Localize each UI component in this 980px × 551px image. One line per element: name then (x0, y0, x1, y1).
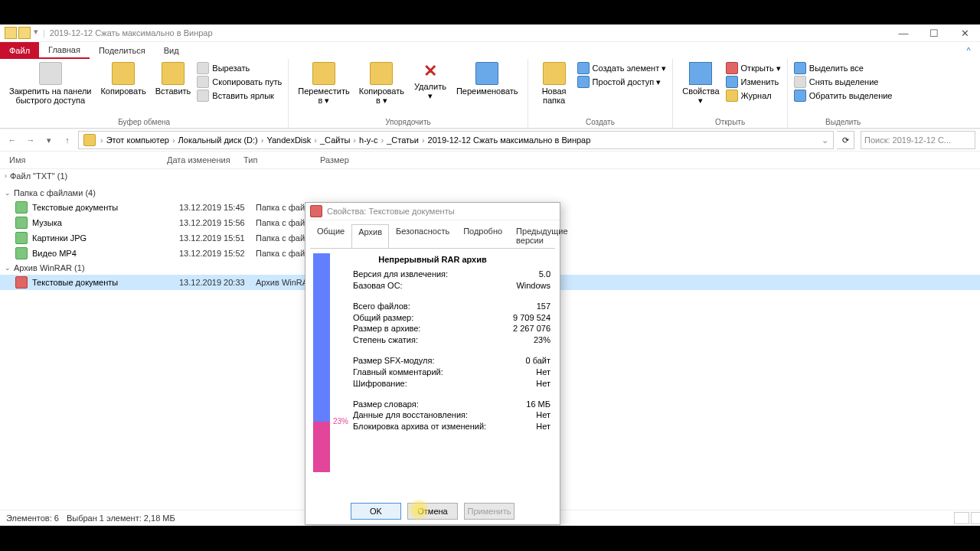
nav-recent-button[interactable]: ▾ (41, 132, 57, 148)
invert-icon (794, 90, 806, 102)
shortcut-icon (197, 90, 209, 102)
dialog-titlebar[interactable]: Свойства: Текстовые документы (305, 203, 560, 220)
properties-icon (689, 62, 712, 85)
delete-button[interactable]: ✕Удалить ▾ (410, 60, 450, 102)
nav-forward-button[interactable]: → (23, 132, 38, 148)
column-headers[interactable]: Имя Дата изменения Тип Размер (0, 152, 980, 169)
select-none-button[interactable]: Снять выделение (794, 76, 893, 88)
dialog-title: Свойства: Текстовые документы (327, 207, 455, 216)
breadcrumb-item[interactable]: 2019-12-12 Сжать максимально в Винрар (428, 135, 591, 145)
folder-icon (5, 27, 17, 39)
property-row: Размер словаря:16 МБ (353, 399, 550, 410)
property-row: Базовая ОС:Windows (353, 280, 550, 292)
nav-up-button[interactable]: ↑ (60, 132, 75, 148)
maximize-button[interactable]: ☐ (919, 24, 949, 41)
invert-selection-button[interactable]: Обратить выделение (794, 90, 893, 102)
folder-icon (83, 134, 96, 146)
archive-type-header: Непрерывный RAR архив (315, 255, 550, 264)
copy-path-button[interactable]: Скопировать путь (197, 76, 282, 88)
ribbon-tabs: Файл Главная Поделиться Вид ^ (0, 42, 980, 59)
col-size[interactable]: Размер (320, 155, 381, 165)
copy-button[interactable]: Копировать (97, 60, 149, 97)
ok-button[interactable]: OK (351, 503, 401, 520)
open-button[interactable]: Открыть ▾ (726, 62, 781, 74)
copyto-icon (370, 62, 393, 85)
breadcrumb-item[interactable]: Локальный диск (D:) (178, 135, 258, 145)
tab-view[interactable]: Вид (155, 42, 188, 59)
property-row: Главный комментарий:Нет (353, 367, 550, 378)
apply-button[interactable]: Применить (464, 503, 514, 520)
tab-previous-versions[interactable]: Предыдущие версии (509, 223, 574, 248)
scissors-icon (197, 62, 209, 74)
col-type[interactable]: Тип (243, 155, 320, 165)
rename-button[interactable]: Переименовать (453, 60, 521, 97)
delete-icon: ✕ (423, 62, 437, 80)
rar-icon (15, 276, 28, 289)
breadcrumb-item[interactable]: _Сайты (320, 135, 350, 145)
group-header[interactable]: ›Файл "TXT" (1) (0, 169, 980, 183)
paste-shortcut-button[interactable]: Вставить ярлык (197, 90, 282, 102)
easy-access-button[interactable]: Простой доступ ▾ (577, 76, 667, 88)
refresh-button[interactable]: ⟳ (837, 131, 854, 149)
pin-icon (39, 62, 62, 85)
cut-button[interactable]: Вырезать (197, 62, 282, 74)
paste-button[interactable]: Вставить (152, 60, 194, 97)
property-row: Версия для извлечения:5.0 (353, 269, 550, 280)
properties-button[interactable]: Свойства ▾ (679, 60, 722, 106)
group-clipboard-label: Буфер обмена (6, 118, 282, 128)
open-icon (726, 62, 738, 74)
view-details-button[interactable] (954, 512, 969, 524)
tab-file[interactable]: Файл (0, 42, 39, 59)
history-button[interactable]: Журнал (726, 90, 781, 102)
breadcrumb-item[interactable]: h-y-c (359, 135, 377, 145)
property-row: Общий размер:9 709 524 (353, 312, 550, 324)
property-row: Размер в архиве:2 267 076 (353, 323, 550, 334)
selectnone-icon (794, 76, 806, 88)
ratio-label: 23% (333, 417, 348, 425)
col-date[interactable]: Дата изменения (167, 155, 243, 165)
select-all-button[interactable]: Выделить все (794, 62, 893, 74)
edit-button[interactable]: Изменить (726, 76, 781, 88)
compression-ratio-bar (313, 253, 330, 472)
property-row: Степень сжатия:23% (353, 334, 550, 346)
group-open-label: Открыть (679, 118, 781, 128)
tab-general[interactable]: Общие (310, 223, 351, 248)
tab-security[interactable]: Безопасность (389, 223, 456, 248)
qat-chevron-icon[interactable]: ▾ (34, 27, 38, 39)
tab-share[interactable]: Поделиться (90, 42, 155, 59)
titlebar: ▾ | 2019-12-12 Сжать максимально в Винра… (0, 24, 980, 42)
ribbon-help-button[interactable]: ^ (957, 42, 980, 59)
group-header[interactable]: ⌄Папка с файлами (4) (0, 186, 980, 200)
cancel-button[interactable]: Отмена (407, 503, 458, 520)
paste-icon (162, 62, 185, 85)
breadcrumb[interactable]: ›Этот компьютер›Локальный диск (D:)›Yand… (78, 131, 834, 149)
tab-home[interactable]: Главная (39, 42, 90, 59)
folder-icon (15, 247, 28, 259)
move-to-button[interactable]: Переместить в ▾ (295, 60, 352, 106)
breadcrumb-item[interactable]: Этот компьютер (106, 135, 169, 145)
group-select-label: Выделить (794, 118, 893, 128)
new-item-button[interactable]: Создать элемент ▾ (577, 62, 667, 74)
group-new-label: Создать (534, 118, 667, 128)
nav-back-button[interactable]: ← (5, 132, 20, 148)
copy-to-button[interactable]: Копировать в ▾ (356, 60, 407, 106)
breadcrumb-item[interactable]: _Статьи (387, 135, 419, 145)
col-name[interactable]: Имя (9, 155, 167, 165)
folder-icon (15, 217, 28, 229)
tab-archive[interactable]: Архив (351, 224, 389, 249)
easyaccess-icon (577, 76, 590, 88)
new-folder-button[interactable]: Новая папка (534, 60, 574, 106)
minimize-button[interactable]: — (888, 24, 919, 41)
group-organize-label: Упорядочить (295, 118, 521, 128)
tab-details[interactable]: Подробно (456, 223, 509, 248)
pin-quick-access-button[interactable]: Закрепить на панели быстрого доступа (6, 60, 94, 106)
folder-icon (15, 201, 28, 214)
property-row: Шифрование:Нет (353, 378, 550, 390)
property-row: Всего файлов:157 (353, 301, 550, 312)
search-input[interactable]: Поиск: 2019-12-12 С... (861, 131, 975, 149)
history-icon (726, 90, 738, 102)
breadcrumb-item[interactable]: YandexDisk (266, 135, 311, 145)
close-button[interactable]: ✕ (949, 24, 980, 41)
view-icons-button[interactable] (971, 512, 980, 524)
selectall-icon (794, 62, 806, 74)
